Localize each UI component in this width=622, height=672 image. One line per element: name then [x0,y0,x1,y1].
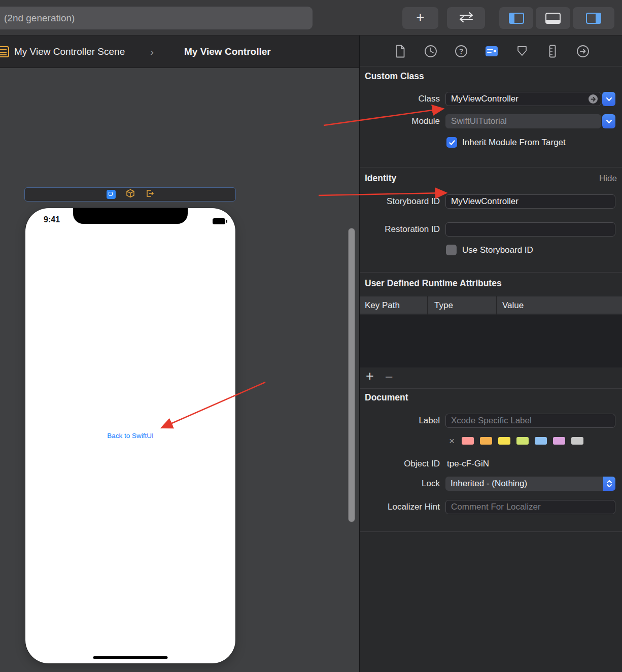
localizer-hint-field[interactable] [445,500,615,514]
help-icon: ? [455,45,468,58]
section-divider [360,531,622,532]
clock-icon [424,45,437,58]
label-color-swatch-blue[interactable] [535,437,547,445]
size-inspector-tab[interactable] [542,43,563,60]
inherit-module-checkbox[interactable] [446,137,457,148]
lock-popup[interactable]: Inherited - (Nothing) [445,477,615,491]
label-color-swatch-pink[interactable] [462,437,474,445]
identity-title: Identity [365,173,396,184]
tabs-divider [360,66,622,66]
connections-icon [576,45,590,58]
inherit-module-label: Inherit Module From Target [462,137,566,148]
navigator-toggle-button[interactable] [499,7,533,29]
column-key-path[interactable]: Key Path [365,296,400,315]
object-id-label: Object ID [360,457,440,471]
use-storyboard-id-label: Use Storyboard ID [462,245,533,255]
view-controller-app-icon[interactable] [107,190,116,199]
first-responder-cube-icon[interactable] [126,189,135,200]
storyboard-id-field[interactable] [445,194,615,209]
class-field[interactable] [445,92,601,106]
canvas-scrollbar[interactable] [348,228,355,522]
restoration-id-label: Restoration ID [360,222,440,237]
use-storyboard-id-checkbox[interactable] [446,245,457,255]
interface-builder-canvas: 9:41 Back to SwiftUI [0,68,359,672]
status-bar-time: 9:41 [44,215,60,224]
document-title: Document [365,392,408,403]
runtime-attributes-title: User Defined Runtime Attributes [365,278,502,289]
object-id-value: tpe-cF-GiN [447,457,489,471]
lock-label: Lock [360,477,440,491]
breadcrumb-controller[interactable]: My View Controller [184,36,271,68]
file-inspector-tab[interactable] [390,43,410,60]
editor-swap-button[interactable] [447,7,485,29]
jump-to-class-icon[interactable] [589,94,598,104]
breadcrumb-scene[interactable]: My View Controller Scene [14,36,125,68]
attributes-inspector-tab[interactable] [512,43,532,60]
run-destination-field[interactable]: (2nd generation) [0,7,313,29]
battery-icon [213,218,225,224]
connections-inspector-tab[interactable] [573,43,593,60]
column-separator[interactable] [496,296,497,315]
xcode-window: (2nd generation) + My View Controller Sc… [0,0,622,672]
label-color-swatch-green[interactable] [516,437,529,445]
inspector-toggle-button[interactable] [573,7,614,29]
home-indicator [93,656,168,659]
storyboard-id-label: Storyboard ID [360,194,440,209]
exit-segue-icon[interactable] [145,189,154,200]
localizer-hint-label: Localizer Hint [360,500,440,514]
module-label: Module [360,114,440,128]
hide-link[interactable]: Hide [599,174,617,184]
identity-inspector-tab[interactable] [481,43,502,60]
help-inspector-tab[interactable]: ? [451,43,471,60]
svg-text:?: ? [459,47,464,55]
label-color-swatch-gray[interactable] [571,437,583,445]
column-separator[interactable] [427,296,428,315]
add-attribute-button[interactable]: + [366,369,374,383]
restoration-id-field[interactable] [445,222,615,237]
inspector-panel-icon [586,13,601,24]
lock-popup-value: Inherited - (Nothing) [451,479,527,488]
class-label: Class [360,92,440,106]
library-add-button[interactable]: + [402,7,438,29]
jump-bar: My View Controller Scene › My View Contr… [0,36,359,68]
document-label-field[interactable] [445,414,615,428]
remove-attribute-button[interactable]: − [385,371,393,384]
module-field[interactable] [445,114,601,128]
scene-icon [0,46,9,57]
checkmark-icon [448,139,456,146]
class-dropdown-button[interactable] [602,92,615,106]
runtime-attributes-table-header: Key Path Type Value [360,296,622,314]
navigator-panel-icon [509,13,524,24]
section-divider [360,272,622,273]
identity-inspector-panel: ? Cus [359,36,622,672]
selected-view-bar[interactable] [24,187,236,201]
section-divider [360,388,622,389]
popup-chevrons-icon [603,477,615,491]
debug-panel-icon [545,13,561,24]
file-icon [395,45,405,58]
clear-color-button[interactable]: × [449,437,455,445]
label-color-swatch-yellow[interactable] [498,437,510,445]
debug-area-toggle-button[interactable] [536,7,570,29]
ruler-icon [549,45,556,58]
identity-card-icon [485,46,498,57]
label-color-swatch-purple[interactable] [553,437,565,445]
custom-class-title: Custom Class [365,71,424,82]
label-color-swatch-orange[interactable] [480,437,492,445]
chevron-down-icon [606,97,612,102]
chevron-down-icon [606,119,612,124]
module-dropdown-button[interactable] [602,114,615,128]
runtime-attributes-table-body[interactable] [360,315,622,367]
document-label-label: Label [360,414,440,428]
attributes-icon [516,46,528,57]
iphone-preview: 9:41 Back to SwiftUI [25,208,235,663]
history-inspector-tab[interactable] [421,43,441,60]
column-type[interactable]: Type [434,296,453,315]
main-toolbar: (2nd generation) + [0,0,622,36]
back-to-swiftui-button[interactable]: Back to SwiftUI [25,432,235,440]
swap-arrows-icon [456,11,476,25]
column-value[interactable]: Value [502,296,524,315]
breadcrumb-separator: › [150,36,154,68]
section-divider [360,167,622,167]
notch [73,208,188,224]
